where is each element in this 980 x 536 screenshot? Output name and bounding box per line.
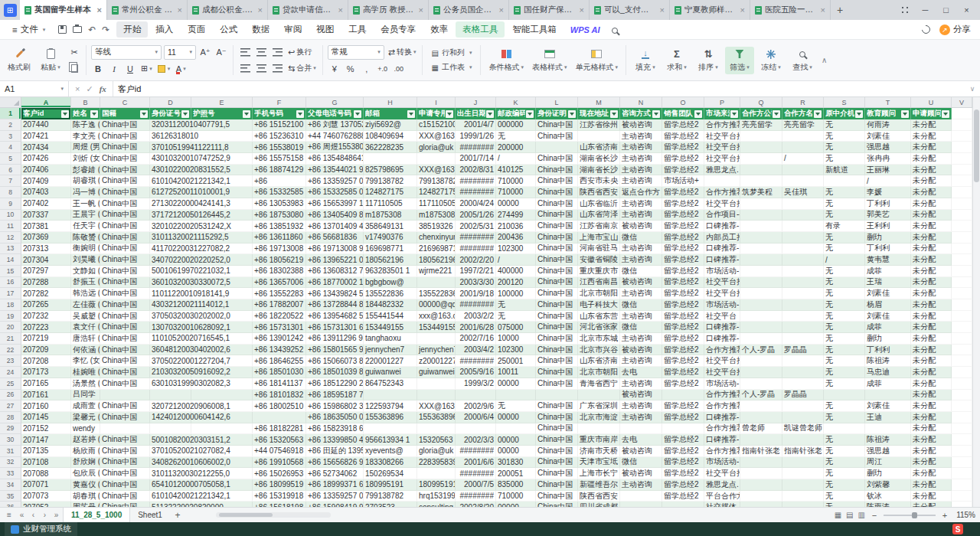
- cell[interactable]: [740, 457, 782, 469]
- cell[interactable]: 未分配: [911, 187, 952, 198]
- cell[interactable]: 2002/5/31: [456, 221, 496, 232]
- cell[interactable]: 无: [496, 311, 536, 322]
- cell[interactable]: 电子科技大: [578, 299, 620, 311]
- cell[interactable]: 21030320050916092,2: [150, 367, 191, 378]
- cell[interactable]: China中国: [100, 457, 150, 469]
- cell[interactable]: 新疆维吾尔: [578, 479, 620, 491]
- cell[interactable]: 吴威塑 (女: [71, 311, 100, 322]
- increase-font-button[interactable]: A⁺: [198, 45, 212, 59]
- wps-ai-button[interactable]: WPS AI: [564, 25, 606, 34]
- fill-color-button[interactable]: ▾: [156, 62, 172, 76]
- cell[interactable]: [456, 423, 496, 435]
- cell[interactable]: 刘素佳: [865, 288, 911, 299]
- print-icon[interactable]: [73, 26, 82, 33]
- cell[interactable]: +86 15332585 00: [306, 187, 364, 198]
- cell[interactable]: 无: [824, 457, 865, 469]
- row-number[interactable]: 5: [0, 153, 21, 165]
- cell[interactable]: 51132220020820000: [150, 502, 191, 507]
- cell[interactable]: 207135: [21, 446, 71, 457]
- cell[interactable]: [782, 142, 824, 153]
- column-letter[interactable]: P: [704, 97, 740, 107]
- sum-button[interactable]: Σ求和▾: [662, 47, 691, 74]
- row-number[interactable]: 31: [0, 446, 21, 457]
- cell[interactable]: China中国: [536, 277, 578, 289]
- cell[interactable]: 微信: [620, 232, 662, 243]
- row-number[interactable]: 15: [0, 266, 21, 277]
- cell[interactable]: [100, 390, 150, 401]
- cell[interactable]: v17490376: [364, 232, 417, 243]
- cell[interactable]: 上海市长宁: [578, 468, 620, 479]
- cell[interactable]: 留学总经2: [662, 131, 704, 142]
- cell[interactable]: 社交平台推: [704, 198, 740, 210]
- menu-tab-review[interactable]: 审阅: [277, 21, 309, 38]
- cell[interactable]: [952, 311, 972, 322]
- cell[interactable]: 筑梦美程: [740, 187, 782, 198]
- cell[interactable]: +86 13544021 98: [306, 165, 364, 176]
- cell[interactable]: China中国: [536, 400, 578, 412]
- cell[interactable]: +86 15026953: [253, 468, 306, 479]
- column-header[interactable]: 教育顾问: [865, 108, 911, 119]
- cell[interactable]: 韩浩远 (男: [71, 288, 100, 299]
- cell[interactable]: [952, 119, 972, 131]
- zoom-slider[interactable]: [884, 515, 936, 516]
- cell[interactable]: China中国: [100, 175, 150, 187]
- cell[interactable]: +86 13439824 52: [306, 288, 364, 299]
- cell[interactable]: [496, 423, 536, 435]
- cell[interactable]: 180995191: [417, 479, 456, 491]
- cell[interactable]: 00000: [496, 446, 536, 457]
- column-header[interactable]: 现在地址: [578, 108, 620, 119]
- row-number[interactable]: 30: [0, 434, 21, 446]
- row-number[interactable]: 4: [0, 142, 21, 153]
- cell[interactable]: 市场活动-: [704, 266, 740, 277]
- cell[interactable]: +86 13552283: [253, 288, 306, 299]
- cell[interactable]: 155363896: [364, 412, 417, 423]
- cell[interactable]: 社交平台推: [704, 367, 740, 378]
- cell[interactable]: [952, 390, 972, 401]
- cell[interactable]: 衡婉明 (女: [71, 243, 100, 255]
- cell[interactable]: 未分配: [911, 390, 952, 401]
- cell[interactable]: 口碑推荐-: [704, 322, 740, 333]
- cell[interactable]: 王一帆 (男: [71, 198, 100, 210]
- cell[interactable]: 微信: [620, 299, 662, 311]
- table-style-button[interactable]: 表格样式▾: [529, 47, 570, 74]
- cell[interactable]: 留学总经2: [662, 322, 704, 333]
- cell[interactable]: 合作方推荐: [704, 390, 740, 401]
- cell[interactable]: China中国: [100, 187, 150, 198]
- column-letter[interactable]: V: [952, 97, 972, 107]
- cell[interactable]: China中国: [100, 491, 150, 502]
- cell[interactable]: 陈祖涛: [865, 355, 911, 367]
- cell[interactable]: +86 18635050 00: [306, 412, 364, 423]
- cell[interactable]: 207073: [21, 491, 71, 502]
- file-tab[interactable]: 医院五险一金.xlsx×: [750, 0, 831, 20]
- cell[interactable]: 未分配: [911, 457, 952, 469]
- cell[interactable]: [824, 390, 865, 401]
- cell[interactable]: 2000/4/24: [456, 198, 496, 210]
- cell[interactable]: 410125: [496, 165, 536, 176]
- cell[interactable]: 207403: [21, 187, 71, 198]
- row-number[interactable]: 3: [0, 131, 21, 142]
- cell[interactable]: 合作方推荐: [704, 119, 740, 131]
- cell[interactable]: China中国: [100, 221, 150, 232]
- cell[interactable]: m1875308: [364, 210, 417, 221]
- cell[interactable]: ########: [456, 232, 496, 243]
- cell[interactable]: [782, 243, 824, 255]
- cell[interactable]: [952, 232, 972, 243]
- column-header[interactable]: 原中介机构: [824, 108, 865, 119]
- cell[interactable]: China中国: [536, 367, 578, 378]
- cell[interactable]: 31011320021115292,5: [150, 232, 191, 243]
- cell[interactable]: [578, 131, 620, 142]
- next-sheet-button[interactable]: ›: [40, 511, 50, 519]
- cell[interactable]: 舒欣娴 (女: [71, 457, 100, 469]
- cell[interactable]: China中国: [536, 165, 578, 176]
- cell[interactable]: 上海市宝山: [578, 232, 620, 243]
- cell[interactable]: 留学总经2: [662, 491, 704, 502]
- cell[interactable]: China中国: [536, 210, 578, 221]
- cell[interactable]: 207161: [21, 390, 71, 401]
- cell[interactable]: [740, 131, 782, 142]
- cell[interactable]: 社交平台: [704, 311, 740, 322]
- page-layout-icon[interactable]: ▤: [846, 511, 853, 519]
- cell[interactable]: 15320563: [417, 434, 456, 446]
- cell[interactable]: [740, 243, 782, 255]
- cell[interactable]: +86 18501039 88: [306, 367, 364, 378]
- cell-style-button[interactable]: 单元格样式▾: [572, 47, 621, 74]
